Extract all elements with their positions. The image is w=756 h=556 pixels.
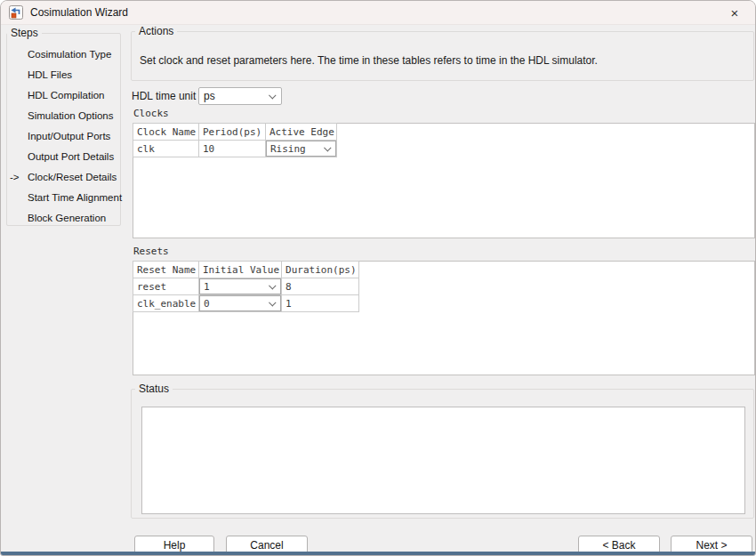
reset-name-cell: clk_enable bbox=[133, 295, 199, 312]
chevron-down-icon bbox=[269, 299, 276, 306]
initial-value: 0 bbox=[204, 298, 210, 310]
active-edge-dropdown[interactable]: Rising bbox=[266, 141, 336, 157]
clocks-header-period: Period(ps) bbox=[199, 124, 266, 141]
sidebar-item-start-time-alignment: Start Time Alignment bbox=[7, 188, 120, 208]
table-row: clk_enable 0 1 bbox=[133, 295, 359, 312]
active-edge-cell: Rising bbox=[266, 141, 337, 157]
status-panel: Status bbox=[131, 389, 754, 519]
resets-table-panel: Reset Name Initial Value Duration(ps) re… bbox=[133, 261, 755, 375]
initial-value-cell: 1 bbox=[199, 278, 282, 295]
actions-description: Set clock and reset parameters here. The… bbox=[140, 54, 598, 67]
actions-panel: Actions Set clock and reset parameters h… bbox=[131, 31, 754, 81]
chevron-down-icon bbox=[269, 92, 276, 99]
sidebar-item-block-generation: Block Generation bbox=[7, 208, 120, 229]
sidebar-item-cosimulation-type: Cosimulation Type bbox=[7, 44, 120, 65]
status-panel-title: Status bbox=[135, 383, 173, 395]
initial-value-dropdown[interactable]: 0 bbox=[199, 295, 281, 311]
title-bar: Cosimulation Wizard × bbox=[1, 1, 755, 25]
sidebar-item-input-output-ports: Input/Output Ports bbox=[7, 126, 120, 147]
hdl-time-unit-label: HDL time unit bbox=[132, 90, 196, 102]
clock-name-cell: clk bbox=[133, 141, 199, 157]
sidebar-item-hdl-compilation: HDL Compilation bbox=[7, 85, 120, 106]
reset-duration-cell[interactable]: 8 bbox=[282, 278, 359, 295]
sidebar-item-simulation-options: Simulation Options bbox=[7, 106, 120, 126]
resets-header-duration: Duration(ps) bbox=[282, 262, 359, 278]
resets-table: Reset Name Initial Value Duration(ps) re… bbox=[133, 261, 359, 312]
sidebar-item-clock-reset-details: -> Clock/Reset Details bbox=[7, 167, 120, 188]
status-output bbox=[141, 407, 745, 514]
cosimulation-wizard-window: Cosimulation Wizard × Steps Cosimulation… bbox=[0, 0, 756, 556]
steps-panel-title: Steps bbox=[7, 27, 42, 39]
initial-value-dropdown[interactable]: 1 bbox=[199, 278, 281, 294]
cosimulation-app-icon bbox=[9, 5, 23, 20]
current-step-arrow: -> bbox=[10, 167, 20, 188]
resets-header-initial-value: Initial Value bbox=[199, 262, 282, 278]
initial-value-cell: 0 bbox=[199, 295, 282, 312]
resets-label: Resets bbox=[133, 246, 169, 257]
reset-name-cell: reset bbox=[133, 278, 199, 295]
clocks-header-active-edge: Active Edge bbox=[266, 124, 337, 141]
chevron-down-icon bbox=[324, 144, 331, 151]
hdl-time-unit-value: ps bbox=[204, 90, 215, 102]
table-row: clk 10 Rising bbox=[133, 141, 337, 157]
sidebar-item-hdl-files: HDL Files bbox=[7, 65, 120, 85]
clocks-table-panel: Clock Name Period(ps) Active Edge clk 10… bbox=[133, 123, 755, 238]
reset-duration-cell[interactable]: 1 bbox=[282, 295, 359, 312]
clocks-header-clock-name: Clock Name bbox=[133, 124, 199, 141]
sidebar-item-output-port-details: Output Port Details bbox=[7, 147, 120, 167]
close-icon[interactable]: × bbox=[720, 1, 750, 25]
resets-header-reset-name: Reset Name bbox=[133, 262, 199, 278]
actions-panel-title: Actions bbox=[135, 25, 177, 37]
chevron-down-icon bbox=[269, 282, 276, 289]
clocks-table: Clock Name Period(ps) Active Edge clk 10… bbox=[133, 123, 337, 157]
window-title: Cosimulation Wizard bbox=[30, 6, 128, 19]
clock-period-cell[interactable]: 10 bbox=[199, 141, 266, 157]
steps-list: Cosimulation Type HDL Files HDL Compilat… bbox=[7, 44, 120, 229]
hdl-time-unit-dropdown[interactable]: ps bbox=[198, 87, 282, 105]
clocks-label: Clocks bbox=[133, 108, 169, 119]
active-edge-value: Rising bbox=[270, 143, 306, 155]
window-bottom-edge bbox=[1, 552, 755, 555]
table-row: reset 1 8 bbox=[133, 278, 359, 295]
steps-panel: Steps Cosimulation Type HDL Files HDL Co… bbox=[6, 33, 121, 226]
initial-value: 1 bbox=[204, 281, 210, 293]
